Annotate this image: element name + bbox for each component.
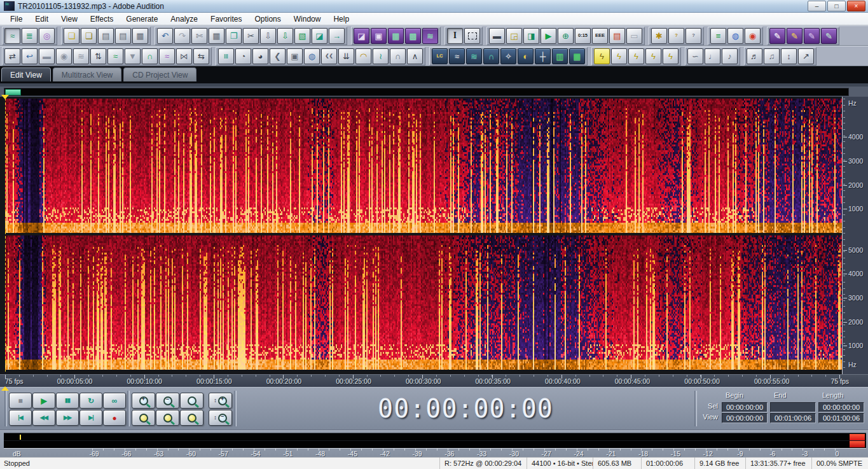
graphic-eq-button[interactable]: ≋	[466, 48, 482, 64]
overview-scrollbar[interactable]	[0, 87, 868, 97]
save-copy-button[interactable]: ▦	[132, 28, 148, 44]
clip-indicator-left[interactable]	[850, 434, 865, 440]
paste-button[interactable]: ⇩	[260, 28, 276, 44]
zoom-in-button[interactable]: +	[132, 393, 155, 409]
zoom-to-selection-button[interactable]	[132, 410, 155, 426]
echo-chamber-button[interactable]: ◕	[252, 48, 268, 64]
zoom-full-button[interactable]	[180, 393, 203, 409]
menu-favorites[interactable]: Favorites	[204, 13, 248, 25]
doppler-shifter-button[interactable]: ♬	[747, 48, 762, 64]
marquee-selection-tool[interactable]	[464, 28, 480, 44]
find-beats-button[interactable]: ◍	[727, 28, 743, 44]
auto-click-remover-button[interactable]: ϟ	[663, 48, 679, 64]
go-to-end-button[interactable]: ▶|	[79, 410, 102, 426]
multitrack-view-button[interactable]: ≣	[22, 28, 38, 44]
distortion-button[interactable]: ∽	[687, 48, 703, 64]
amplify-button[interactable]: ≈	[107, 48, 123, 64]
dynamics-button[interactable]: ⇊	[338, 48, 354, 64]
midi-button[interactable]: ♪	[722, 48, 738, 64]
close-button[interactable]: ×	[847, 1, 865, 11]
copy-button[interactable]: ❐	[226, 28, 242, 44]
insert-to-multitrack-button[interactable]: →	[329, 28, 345, 44]
frequency-analysis-button[interactable]: ◲	[506, 28, 522, 44]
meters-window-button[interactable]: ▤	[609, 28, 625, 44]
draw-fx2-button[interactable]: ✎	[821, 28, 837, 44]
menu-edit[interactable]: Edit	[29, 13, 55, 25]
play-looped-button[interactable]: ↻	[79, 393, 102, 409]
normalize-button[interactable]: ≈	[159, 48, 175, 64]
menu-help[interactable]: Help	[327, 13, 355, 25]
new-file-button[interactable]: ❏	[64, 28, 79, 44]
tab-edit-view[interactable]: Edit View	[1, 67, 51, 81]
view-begin-field[interactable]: 00:00:00:00	[722, 413, 768, 423]
undo-button[interactable]: ↶	[157, 28, 173, 44]
menu-generate[interactable]: Generate	[120, 13, 164, 25]
flanger-button[interactable]: ▣	[287, 48, 303, 64]
paste-to-new-button[interactable]: ⇩	[277, 28, 293, 44]
spectrogram-right-channel[interactable]	[5, 235, 843, 370]
record-button[interactable]: ●	[103, 410, 126, 426]
cd-project-view-button[interactable]: ◎	[39, 28, 55, 44]
placeholder-window-button[interactable]: ▭	[626, 28, 642, 44]
silence-button[interactable]: ▬	[39, 48, 55, 64]
copy-to-new-button[interactable]: ▧	[294, 28, 310, 44]
click-pop-eliminator-button[interactable]: ϟ	[611, 48, 627, 64]
draw-pan-button[interactable]: ✎	[787, 28, 803, 44]
save-as-button[interactable]: ▤	[115, 28, 131, 44]
chorus-waves-button[interactable]: ≋	[73, 48, 89, 64]
script-window-button[interactable]: ◨	[523, 28, 539, 44]
cut-button[interactable]: ✂	[243, 28, 259, 44]
vertical-zoom-in-button[interactable]: ↕+	[209, 393, 232, 409]
minimize-button[interactable]: –	[808, 1, 826, 11]
playhead-marker-top[interactable]	[1, 95, 9, 99]
track-eq-button[interactable]: ▥	[552, 48, 568, 64]
zoom-selection-right-button[interactable]	[180, 410, 203, 426]
reverb-button[interactable]: ❮❮	[321, 48, 337, 64]
hiss-reduction-button[interactable]: ϟ	[645, 48, 661, 64]
restore-button[interactable]: □	[827, 1, 846, 11]
scientific-filter-button[interactable]: ✧	[500, 48, 516, 64]
time-window-button[interactable]: 0:15	[575, 28, 591, 44]
save-button[interactable]: ▤	[98, 28, 114, 44]
full-reverb-button[interactable]: ◍	[304, 48, 320, 64]
spectral-view-button[interactable]: ≋	[422, 28, 438, 44]
chorus-button[interactable]: ≀	[373, 48, 389, 64]
multitap-delay-button[interactable]: |||	[218, 48, 234, 64]
draw-volume-button[interactable]: ✎	[769, 28, 785, 44]
view-end-field[interactable]: 00:01:00:06	[770, 413, 816, 423]
menu-analyze[interactable]: Analyze	[164, 13, 204, 25]
pause-button[interactable]: ▮▮	[56, 393, 79, 409]
quick-filter-button[interactable]: ◐	[518, 48, 534, 64]
amplitude-funnel-button[interactable]: ▼	[125, 48, 141, 64]
stop-button[interactable]: ■	[9, 393, 32, 409]
settings-button[interactable]: ✱	[651, 28, 667, 44]
pitch-bender-button[interactable]: ∧	[407, 48, 423, 64]
menu-window[interactable]: Window	[287, 13, 327, 25]
spectral-phase-button[interactable]: ▦	[388, 28, 404, 44]
playhead-marker-bottom[interactable]	[1, 386, 9, 391]
invert-button[interactable]: ⇅	[90, 48, 106, 64]
menu-view[interactable]: View	[55, 13, 84, 25]
frequency-space-button[interactable]: ▩	[405, 28, 421, 44]
undo-last-button[interactable]: ↩	[22, 48, 38, 64]
sel-begin-field[interactable]: 00:00:00:00	[722, 402, 768, 412]
frequency-search-button[interactable]: ◉	[745, 28, 761, 44]
zoom-window-button[interactable]: ⊕	[558, 28, 574, 44]
time-ruler[interactable]: 75 fps 75 fps 00:00:05:0000:00:10:0000:0…	[0, 374, 868, 387]
edit-view-button[interactable]: ≈	[4, 28, 20, 44]
tab-multitrack-view[interactable]: Multitrack View	[53, 67, 121, 81]
file-info-button[interactable]: ▬	[489, 28, 505, 44]
fade-button[interactable]: ⋈	[176, 48, 192, 64]
clip-restoration-button[interactable]: ϟ	[628, 48, 644, 64]
mix-paste-button[interactable]: ◪	[312, 28, 327, 44]
spectrogram-area[interactable]: Hz4000300020001000Hz50004000300020001000	[0, 97, 868, 374]
go-to-beginning-button[interactable]: |◀	[9, 410, 32, 426]
meter-bar[interactable]	[4, 433, 866, 449]
dynamic-eq-button[interactable]: ≈	[449, 48, 465, 64]
fft-filter-button[interactable]: LC	[432, 48, 448, 64]
delay-button[interactable]: ◔	[235, 48, 251, 64]
crossfade-button[interactable]: ⇄	[4, 48, 20, 64]
play-cue-button[interactable]: ▶	[541, 28, 556, 44]
binaural-auto-pan-button[interactable]: ◉	[56, 48, 72, 64]
zoom-out-button[interactable]: −	[156, 393, 179, 409]
